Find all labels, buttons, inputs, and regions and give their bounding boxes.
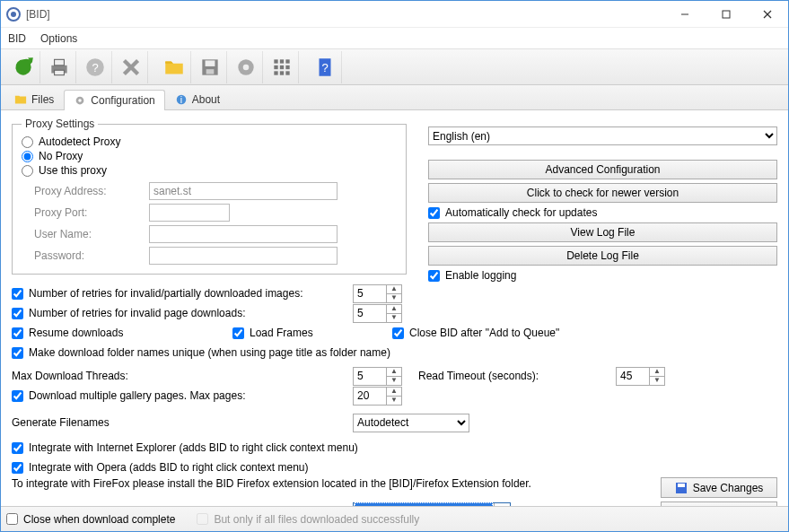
proxy-port-label: Proxy Port: bbox=[34, 206, 142, 219]
delete-log-button[interactable]: Delete Log File bbox=[428, 246, 777, 266]
statusbar: Close when download complete But only if… bbox=[1, 506, 788, 531]
info-button[interactable]: ? bbox=[308, 51, 342, 83]
save-changes-button[interactable]: Save Changes bbox=[661, 477, 777, 498]
proxy-address-label: Proxy Address: bbox=[34, 185, 142, 197]
close-after-queue-checkbox[interactable]: Close BID after "Add to Queue" bbox=[392, 327, 559, 339]
help-button[interactable]: ? bbox=[78, 51, 112, 83]
read-timeout-label: Read Timeout (seconds): bbox=[418, 370, 616, 382]
tab-files-label: Files bbox=[31, 93, 54, 106]
radio-autodetect-proxy[interactable]: Autodetect Proxy bbox=[22, 135, 397, 148]
svg-rect-5 bbox=[54, 59, 64, 65]
multi-gallery-spinner[interactable]: ▲▼ bbox=[353, 387, 402, 406]
folder-button[interactable] bbox=[157, 51, 191, 83]
retries-pages-checkbox[interactable]: Number of retries for invalid page downl… bbox=[12, 307, 353, 319]
folder-icon bbox=[14, 93, 27, 106]
svg-rect-16 bbox=[274, 59, 277, 63]
load-frames-checkbox[interactable]: Load Frames bbox=[232, 327, 392, 339]
svg-rect-19 bbox=[274, 65, 277, 68]
tabbar: Files Configuration i About bbox=[1, 85, 788, 110]
proxy-password-label: Password: bbox=[34, 249, 142, 262]
proxy-user-input[interactable] bbox=[149, 225, 338, 243]
svg-rect-17 bbox=[279, 59, 283, 63]
svg-rect-1 bbox=[723, 11, 730, 18]
svg-rect-18 bbox=[285, 59, 289, 63]
menu-bid[interactable]: BID bbox=[8, 32, 26, 45]
menu-options[interactable]: Options bbox=[40, 32, 77, 45]
unique-folders-checkbox[interactable]: Make download folder names unique (when … bbox=[12, 346, 390, 359]
svg-point-15 bbox=[242, 64, 249, 70]
minimize-button[interactable] bbox=[664, 1, 706, 28]
close-button[interactable] bbox=[747, 1, 788, 28]
titlebar: [BID] bbox=[1, 1, 788, 28]
tab-about-label: About bbox=[192, 93, 220, 106]
printer-button[interactable] bbox=[42, 51, 76, 83]
proxy-port-input[interactable] bbox=[149, 204, 230, 222]
window-title: [BID] bbox=[26, 8, 50, 21]
enable-logging-checkbox[interactable]: Enable logging bbox=[428, 269, 777, 282]
generate-filenames-select[interactable]: Autodetect bbox=[353, 414, 469, 432]
integrate-opera-checkbox[interactable]: Integrate with Opera (adds BID to right … bbox=[12, 461, 308, 474]
resume-downloads-checkbox[interactable]: Resume downloads bbox=[12, 327, 232, 339]
firefox-note: To integrate with FireFox please install… bbox=[12, 477, 643, 490]
svg-text:?: ? bbox=[92, 61, 98, 74]
toolbar: ? ? bbox=[1, 49, 788, 85]
view-log-button[interactable]: View Log File bbox=[428, 222, 777, 242]
svg-rect-13 bbox=[206, 69, 214, 74]
proxy-address-input[interactable] bbox=[149, 182, 338, 200]
retries-images-checkbox[interactable]: Number of retries for invalid/partially … bbox=[12, 287, 353, 300]
app-icon bbox=[6, 7, 21, 22]
svg-rect-12 bbox=[205, 60, 215, 66]
check-version-button[interactable]: Click to check for newer version bbox=[428, 183, 777, 203]
radio-no-proxy[interactable]: No Proxy bbox=[22, 150, 397, 162]
svg-rect-20 bbox=[279, 65, 283, 68]
svg-text:?: ? bbox=[321, 61, 328, 74]
tab-configuration-label: Configuration bbox=[91, 94, 154, 107]
maximize-button[interactable] bbox=[706, 1, 747, 28]
max-threads-label: Max Download Threads: bbox=[12, 370, 353, 382]
svg-rect-22 bbox=[274, 71, 277, 74]
save-icon bbox=[675, 482, 688, 494]
tab-files[interactable]: Files bbox=[4, 89, 64, 109]
menubar: BID Options bbox=[1, 28, 788, 49]
svg-rect-32 bbox=[678, 484, 685, 487]
grid-button[interactable] bbox=[265, 51, 299, 83]
proxy-legend: Proxy Settings bbox=[22, 118, 98, 130]
retries-pages-spinner[interactable]: ▲▼ bbox=[353, 304, 402, 323]
tab-about[interactable]: i About bbox=[165, 89, 230, 109]
svg-rect-6 bbox=[54, 70, 64, 74]
save-button-toolbar[interactable] bbox=[193, 51, 227, 83]
close-when-complete-checkbox[interactable]: Close when download complete bbox=[6, 513, 175, 526]
multi-gallery-checkbox[interactable]: Download multiple gallery pages. Max pag… bbox=[12, 389, 353, 402]
gear-button[interactable] bbox=[229, 51, 263, 83]
only-if-all-checkbox[interactable]: But only if all files downloaded success… bbox=[197, 513, 419, 526]
advanced-config-button[interactable]: Advanced Configuration bbox=[428, 160, 777, 179]
autocheck-updates-checkbox[interactable]: Automatically check for updates bbox=[428, 206, 777, 219]
refresh-button[interactable] bbox=[6, 51, 40, 83]
retries-images-spinner[interactable]: ▲▼ bbox=[353, 284, 402, 303]
max-threads-spinner[interactable]: ▲▼ bbox=[353, 367, 402, 386]
delete-button[interactable] bbox=[114, 51, 148, 83]
proxy-password-input[interactable] bbox=[149, 247, 338, 265]
read-timeout-spinner[interactable]: ▲▼ bbox=[616, 367, 665, 386]
proxy-user-label: User Name: bbox=[34, 228, 142, 240]
integrate-ie-checkbox[interactable]: Integrate with Internet Explorer (adds B… bbox=[12, 441, 358, 454]
svg-rect-21 bbox=[285, 65, 289, 68]
svg-text:i: i bbox=[180, 94, 182, 105]
gear-icon bbox=[74, 94, 86, 107]
tab-configuration[interactable]: Configuration bbox=[64, 90, 164, 110]
info-icon: i bbox=[175, 93, 188, 106]
proxy-settings-group: Proxy Settings Autodetect Proxy No Proxy… bbox=[12, 118, 407, 275]
radio-use-this-proxy[interactable]: Use this proxy bbox=[22, 164, 397, 177]
generate-filenames-label: Generate Filenames bbox=[12, 416, 353, 429]
svg-rect-23 bbox=[279, 71, 283, 74]
content-panel: Proxy Settings Autodetect Proxy No Proxy… bbox=[1, 110, 788, 506]
svg-point-28 bbox=[79, 99, 83, 102]
language-select[interactable]: English (en) bbox=[428, 126, 777, 145]
svg-rect-24 bbox=[285, 71, 289, 74]
